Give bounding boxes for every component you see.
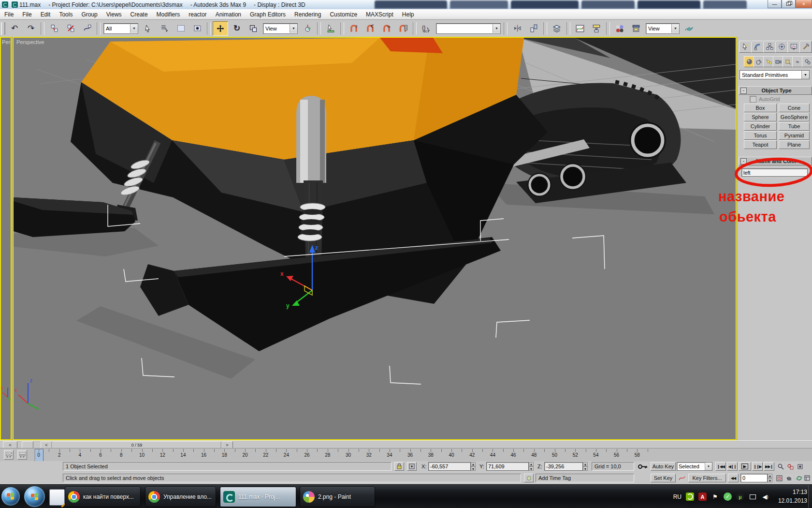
current-frame-field[interactable]: 0	[740, 474, 768, 482]
utorrent-icon[interactable]: µ	[736, 493, 744, 501]
menu-item-tools[interactable]: Tools	[55, 10, 77, 19]
language-indicator[interactable]: RU	[673, 493, 682, 500]
next-key-button[interactable]: ❙❙▶	[752, 462, 763, 471]
unlink-selection-button[interactable]	[63, 21, 78, 36]
category-lights[interactable]	[763, 56, 774, 67]
zoom-icon[interactable]	[776, 462, 785, 471]
open-mini-curve-editor-button[interactable]	[4, 450, 14, 460]
primitives-category-dropdown[interactable]: Standard Primitives▼	[740, 70, 810, 79]
tab-modify[interactable]	[751, 41, 764, 53]
z-coordinate-field[interactable]: -39,256	[544, 462, 583, 471]
menu-item-animation[interactable]: Animation	[211, 10, 246, 19]
spinner-snap-toggle-button[interactable]	[395, 21, 411, 36]
rollout-name-and-color[interactable]: -Name and Color	[739, 157, 812, 165]
material-editor-button[interactable]	[612, 21, 627, 36]
object-button-geosphere[interactable]: GeoSphere	[779, 113, 810, 121]
arc-rotate-icon[interactable]	[795, 474, 803, 482]
autogrid-checkbox[interactable]	[750, 96, 756, 103]
previous-frame-button[interactable]: <	[41, 441, 52, 448]
next-frame-button[interactable]: >	[221, 441, 233, 448]
undo-button[interactable]: ↶	[7, 21, 22, 36]
object-button-box[interactable]: Box	[744, 104, 777, 112]
object-button-plane[interactable]: Plane	[779, 140, 810, 149]
schematic-view-button[interactable]	[589, 21, 604, 36]
zoom-all-icon[interactable]	[786, 462, 795, 471]
object-button-sphere[interactable]: Sphere	[744, 113, 777, 121]
select-and-link-button[interactable]	[46, 21, 62, 36]
object-button-cone[interactable]: Cone	[779, 104, 810, 112]
menu-item-file-2[interactable]: File	[18, 10, 36, 19]
reference-coordinate-dropdown[interactable]: View▼	[263, 23, 298, 34]
object-button-pyramid[interactable]: Pyramid	[779, 131, 810, 140]
category-cameras[interactable]	[773, 56, 783, 67]
slider-splitter[interactable]	[22, 441, 33, 448]
mirror-button[interactable]	[509, 21, 525, 36]
add-time-tag-field[interactable]: Add Time Tag	[536, 474, 634, 482]
tab-hierarchy[interactable]	[763, 41, 776, 53]
redo-button[interactable]: ↷	[23, 21, 39, 36]
play-button[interactable]: ▶	[739, 462, 751, 471]
render-setup-button[interactable]	[628, 21, 644, 36]
menu-item-reactor[interactable]: reactor	[184, 10, 211, 19]
object-button-tube[interactable]: Tube	[779, 122, 810, 131]
menu-item-modifiers[interactable]: Modifiers	[152, 10, 185, 19]
go-to-end-button[interactable]: ▶▶❙	[764, 462, 774, 471]
nvidia-icon[interactable]	[686, 493, 694, 501]
menu-item-create[interactable]: Create	[126, 10, 152, 19]
select-object-button[interactable]	[140, 21, 156, 36]
select-and-rotate-button[interactable]: ↻	[229, 21, 245, 36]
key-step-toggle[interactable]: ◀◀	[728, 474, 739, 482]
z-spinner[interactable]	[583, 462, 588, 471]
auto-key-button[interactable]: Auto Key	[651, 462, 676, 471]
taskbar-clock[interactable]: 17:13 12.01.2013	[778, 488, 807, 505]
start-button[interactable]	[1, 487, 20, 506]
category-geometry[interactable]	[744, 56, 754, 67]
taskbar-button-3dsmax-2[interactable]: 111.max - Proj...	[220, 487, 296, 507]
menu-item-maxscript[interactable]: MAXScript	[362, 10, 398, 19]
select-and-scale-button[interactable]	[246, 21, 261, 36]
object-button-torus[interactable]: Torus	[744, 131, 777, 140]
menu-item-file[interactable]: File	[0, 10, 18, 19]
category-space-warps[interactable]: ≈	[792, 56, 803, 67]
y-spinner[interactable]	[529, 462, 534, 471]
object-name-input[interactable]: left	[741, 168, 808, 177]
use-pivot-point-button[interactable]	[300, 21, 315, 36]
key-mode-dropdown[interactable]: Selected▼	[677, 462, 712, 471]
zoom-extents-icon[interactable]	[796, 462, 804, 471]
menu-item-views[interactable]: Views	[102, 10, 126, 19]
start-orb-large[interactable]	[24, 486, 45, 507]
time-slider-handle[interactable]: 0 / 59	[52, 441, 221, 448]
pinned-notepad-icon[interactable]	[49, 489, 65, 506]
toolbar-grip[interactable]	[1, 22, 5, 35]
set-key-button[interactable]: Set Key	[651, 474, 676, 482]
track-bar[interactable]: 0246810121416182022242628303234363840424…	[0, 448, 812, 462]
align-button[interactable]	[526, 21, 541, 36]
frame-spinner[interactable]	[768, 474, 772, 482]
object-button-teapot[interactable]: Teapot	[744, 140, 777, 149]
menu-item-rendering[interactable]: Rendering	[290, 10, 325, 19]
communication-icon[interactable]	[524, 474, 534, 482]
category-systems[interactable]	[802, 56, 812, 67]
x-coordinate-field[interactable]: -60,557	[428, 462, 471, 471]
slider-left-button[interactable]: <	[3, 441, 17, 448]
restore-button[interactable]	[782, 0, 796, 8]
menu-item-edit[interactable]: Edit	[36, 10, 55, 19]
window-crossing-toggle-button[interactable]	[189, 21, 205, 36]
tab-utilities[interactable]	[799, 41, 812, 53]
viewport-left-sliver[interactable]: Pers x	[0, 37, 12, 440]
render-type-dropdown[interactable]: View▼	[646, 23, 680, 34]
edit-named-selection-sets-button[interactable]: {}ABC	[419, 21, 434, 36]
taskbar-button-chrome-1[interactable]: Управление вло...	[145, 487, 216, 507]
tab-create[interactable]	[739, 41, 752, 53]
layer-manager-button[interactable]	[549, 21, 565, 36]
select-and-move-button[interactable]	[213, 21, 228, 36]
volume-icon[interactable]: ◀)	[761, 493, 769, 501]
x-spinner[interactable]	[471, 462, 476, 471]
menu-item-group[interactable]: Group	[77, 10, 102, 19]
snap-toggle-3d-button[interactable]: 3	[346, 21, 362, 36]
select-and-manipulate-button[interactable]	[323, 21, 338, 36]
viewport-perspective[interactable]: Perspective	[13, 37, 737, 440]
menu-item-help[interactable]: Help	[398, 10, 419, 19]
quick-render-teapot-button[interactable]	[682, 21, 697, 36]
absolute-offset-toggle[interactable]	[407, 462, 417, 471]
